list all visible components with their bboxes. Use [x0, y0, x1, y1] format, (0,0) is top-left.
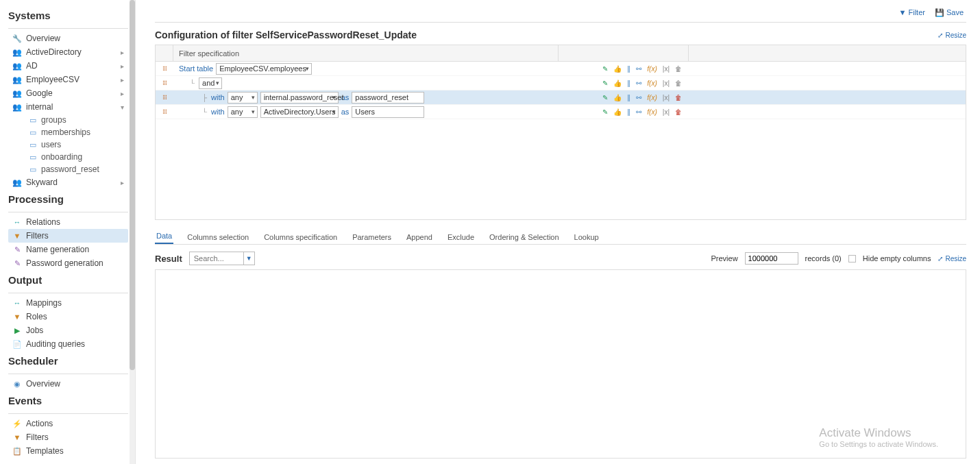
- sidebar-item-ad[interactable]: 👥 AD ▸: [8, 59, 128, 73]
- tab-columns-selection[interactable]: Columns selection: [186, 230, 250, 244]
- sidebar-item-jobs[interactable]: ▶ Jobs: [8, 323, 128, 337]
- tab-data[interactable]: Data: [155, 229, 173, 244]
- delete-icon[interactable]: 🗑: [675, 65, 682, 73]
- save-icon: 💾: [935, 8, 944, 17]
- edit-icon[interactable]: ✎: [602, 94, 608, 101]
- spec-row-start: ⁞⁞⁞ Start table EmployeeCSV.employees ✎ …: [156, 62, 966, 76]
- pause-icon[interactable]: ‖: [627, 108, 630, 116]
- thumb-icon[interactable]: 👍: [613, 108, 622, 116]
- sidebar-item-roles[interactable]: ▼ Roles: [8, 310, 128, 323]
- hide-empty-checkbox[interactable]: [848, 255, 856, 262]
- delete-icon[interactable]: 🗑: [675, 94, 682, 101]
- sidebar-item-actions[interactable]: ⚡ Actions: [8, 417, 128, 430]
- fx-icon[interactable]: f(x): [647, 108, 657, 116]
- table-icon: ▭: [29, 141, 37, 149]
- tab-lookup[interactable]: Lookup: [573, 230, 600, 244]
- tab-append[interactable]: Append: [405, 230, 434, 244]
- sidebar-item-password-reset[interactable]: ▭ password_reset: [25, 163, 128, 175]
- search-input[interactable]: [190, 252, 243, 265]
- section-output-title: Output: [8, 270, 128, 290]
- drag-handle[interactable]: ⁞⁞⁞: [156, 80, 173, 86]
- sidebar-item-name-generation[interactable]: ✎ Name generation: [8, 243, 128, 256]
- bracket-icon[interactable]: |x|: [663, 80, 670, 87]
- thumb-icon[interactable]: 👍: [613, 65, 622, 73]
- search-dropdown-button[interactable]: ▼: [243, 252, 254, 265]
- sidebar-item-relations[interactable]: ↔ Relations: [8, 215, 128, 229]
- resize-label: Resize: [945, 32, 966, 39]
- link-icon[interactable]: ⚯: [636, 80, 641, 87]
- sidebar-item-google[interactable]: 👥 Google ▸: [8, 86, 128, 100]
- bracket-icon[interactable]: |x|: [663, 108, 670, 116]
- wrench-icon: 🔧: [12, 34, 22, 43]
- save-button[interactable]: 💾 Save: [935, 8, 964, 17]
- link-icon[interactable]: ⚯: [636, 65, 641, 73]
- delete-icon[interactable]: 🗑: [675, 80, 682, 87]
- sidebar-item-groups[interactable]: ▭ groups: [25, 114, 128, 126]
- sidebar-item-label: Actions: [26, 419, 53, 428]
- table-select[interactable]: internal.password_reset: [260, 92, 339, 103]
- qty-select[interactable]: any: [228, 106, 258, 118]
- sidebar-item-password-generation[interactable]: ✎ Password generation: [8, 256, 128, 270]
- sidebar-item-onboarding[interactable]: ▭ onboarding: [25, 151, 128, 163]
- alias-input[interactable]: password_reset: [352, 92, 424, 103]
- sidebar-item-label: Overview: [26, 34, 60, 43]
- bracket-icon[interactable]: |x|: [663, 94, 670, 101]
- resize-button[interactable]: ⤢ Resize: [938, 32, 966, 39]
- drag-handle[interactable]: ⁞⁞⁞: [156, 108, 173, 115]
- sidebar-item-label: Templates: [26, 446, 64, 456]
- sidebar-item-auditing-queries[interactable]: 📄 Auditing queries: [8, 337, 128, 351]
- fx-icon[interactable]: f(x): [647, 65, 657, 73]
- sidebar-item-events-filters[interactable]: ▼ Filters: [8, 430, 128, 444]
- alias-input[interactable]: Users: [352, 106, 424, 118]
- drag-handle[interactable]: ⁞⁞⁞: [156, 94, 173, 101]
- sidebar-item-overview[interactable]: 🔧 Overview: [8, 32, 128, 45]
- sidebar-item-internal[interactable]: 👥 internal ▾: [8, 100, 128, 114]
- pause-icon[interactable]: ‖: [627, 80, 630, 87]
- filter-icon: ▼: [12, 231, 22, 241]
- page-title: Configuration of filter SelfServicePassw…: [155, 29, 417, 40]
- start-table-select[interactable]: EmployeeCSV.employees: [216, 63, 312, 75]
- sidebar-item-templates[interactable]: 📋 Templates: [8, 444, 128, 458]
- and-select[interactable]: and: [199, 77, 222, 89]
- chevron-right-icon: ▸: [121, 49, 124, 56]
- sidebar-item-activedirectory[interactable]: 👥 ActiveDirectory ▸: [8, 45, 128, 59]
- qty-select[interactable]: any: [228, 92, 258, 103]
- sidebar-item-users[interactable]: ▭ users: [25, 138, 128, 151]
- edit-icon[interactable]: ✎: [602, 108, 608, 116]
- fx-icon[interactable]: f(x): [647, 80, 657, 87]
- tab-exclude[interactable]: Exclude: [446, 230, 476, 244]
- spec-row-with-password-reset[interactable]: ⁞⁞⁞ ├ with any internal.password_reset a…: [156, 90, 966, 105]
- section-systems-title: Systems: [8, 5, 128, 25]
- sidebar-item-skyward[interactable]: 👥 Skyward ▸: [8, 175, 128, 189]
- table-select[interactable]: ActiveDirectory.Users: [260, 106, 339, 118]
- bracket-icon[interactable]: |x|: [663, 65, 670, 73]
- scrollbar-thumb[interactable]: [130, 0, 135, 370]
- sidebar-item-label: ActiveDirectory: [26, 47, 82, 57]
- thumb-icon[interactable]: 👍: [613, 94, 622, 101]
- pause-icon[interactable]: ‖: [627, 94, 630, 101]
- tab-ordering[interactable]: Ordering & Selection: [488, 230, 561, 244]
- edit-icon[interactable]: ✎: [602, 65, 608, 73]
- pause-icon[interactable]: ‖: [627, 65, 630, 73]
- drag-handle[interactable]: ⁞⁞⁞: [156, 65, 173, 72]
- edit-icon[interactable]: ✎: [602, 80, 608, 87]
- sidebar-item-scheduler-overview[interactable]: ◉ Overview: [8, 377, 128, 391]
- preview-input[interactable]: [745, 252, 798, 265]
- sidebar-item-label: Google: [26, 88, 53, 98]
- delete-icon[interactable]: 🗑: [675, 108, 682, 116]
- tab-parameters[interactable]: Parameters: [351, 230, 393, 244]
- sidebar-item-memberships[interactable]: ▭ memberships: [25, 126, 128, 138]
- link-icon[interactable]: ⚯: [636, 108, 641, 116]
- sidebar-item-filters[interactable]: ▼ Filters: [8, 229, 128, 243]
- link-icon[interactable]: ⚯: [636, 94, 641, 101]
- scheduler-icon: ◉: [12, 379, 22, 389]
- tree-line: ├: [202, 94, 207, 101]
- sidebar-item-employeecsv[interactable]: 👥 EmployeeCSV ▸: [8, 73, 128, 86]
- thumb-icon[interactable]: 👍: [613, 80, 622, 87]
- filter-button[interactable]: ▼ Filter: [899, 8, 925, 16]
- tab-columns-specification[interactable]: Columns specification: [262, 230, 339, 244]
- fx-icon[interactable]: f(x): [647, 94, 657, 101]
- sidebar-item-mappings[interactable]: ↔ Mappings: [8, 296, 128, 310]
- sidebar-item-label: Roles: [26, 312, 47, 321]
- result-resize-button[interactable]: ⤢ Resize: [938, 255, 966, 262]
